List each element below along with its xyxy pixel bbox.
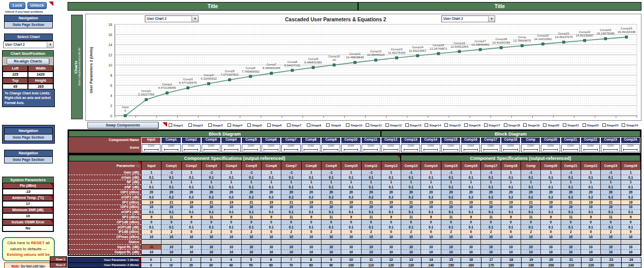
spec-cell[interactable]: 0.1 (600, 225, 620, 230)
spec-cell[interactable]: 10 (501, 245, 521, 250)
spec-cell[interactable]: 0.1 (201, 210, 221, 215)
spec-cell[interactable]: 19 (501, 200, 521, 205)
spec-cell[interactable]: 2 (441, 230, 461, 235)
spec-cell[interactable]: 10 (401, 205, 421, 210)
chevron-down-icon[interactable]: ▼ (488, 16, 495, 22)
spec-cell[interactable]: 0.1 (461, 175, 480, 180)
spec-cell[interactable]: 0 (301, 230, 321, 235)
spec-cell[interactable]: 0.2 (621, 195, 640, 200)
component-header-cell[interactable]: Comp (521, 138, 540, 143)
spec-cell[interactable]: 10 (261, 245, 281, 250)
spec-cell[interactable]: 21 (480, 200, 500, 205)
spec-cell[interactable]: 0 (461, 230, 480, 235)
spec-column-header[interactable]: Comp5 (241, 161, 261, 170)
spec-cell[interactable]: 10 (221, 250, 241, 255)
spec-cell[interactable]: 10 (441, 245, 461, 250)
spec-cell[interactable]: 10 (540, 234, 560, 240)
coax-icon[interactable]: COAX (541, 144, 560, 152)
spec-cell[interactable]: 1 (421, 180, 440, 185)
spec-cell[interactable]: 1 (301, 180, 321, 185)
spec-cell[interactable]: 20 (141, 190, 161, 195)
spec-cell[interactable]: 10 (621, 245, 640, 250)
spec-cell[interactable]: 10 (600, 250, 620, 255)
spec-cell[interactable]: 10 (241, 245, 261, 250)
spec-cell[interactable]: 0.1 (361, 225, 381, 230)
spec-cell[interactable]: 0.1 (341, 225, 361, 230)
spec-cell[interactable]: 0 (241, 220, 261, 225)
spec-cell[interactable]: 11 (361, 215, 381, 220)
spec-cell[interactable]: 20 (421, 190, 440, 195)
spec-cell[interactable]: 0.1 (581, 175, 600, 180)
spec-cell[interactable]: 0 (401, 220, 421, 225)
spec-cell[interactable]: 0 (381, 220, 401, 225)
stage-checkbox-item[interactable]: Stage21 (563, 122, 583, 128)
spec-cell[interactable]: 2 (281, 230, 301, 235)
component-header-cell[interactable]: Comp22 (581, 138, 600, 143)
spec-cell[interactable]: 0.1 (281, 175, 301, 180)
spec-cell[interactable]: 0 (561, 220, 581, 225)
checkbox-icon[interactable] (484, 123, 488, 127)
spec-cell[interactable]: 20 (561, 190, 581, 195)
spec-cell[interactable]: 1 (581, 180, 600, 185)
spec-cell[interactable]: 21 (521, 200, 540, 205)
spec-cell[interactable]: 0.2 (281, 195, 301, 200)
spec-cell[interactable]: -1 (241, 170, 261, 175)
spec-cell[interactable]: 0 (501, 220, 521, 225)
spec-cell[interactable]: 10 (201, 250, 221, 255)
spec-cell[interactable]: 0.1 (561, 225, 581, 230)
spec-cell[interactable]: 0 (381, 230, 401, 235)
spec-cell[interactable]: 10 (621, 234, 640, 240)
spec-cell[interactable]: 10 (521, 205, 540, 210)
spec-cell[interactable]: 0.1 (261, 185, 281, 190)
coax-icon[interactable]: COAX (441, 144, 460, 152)
spec-cell[interactable]: 10 (381, 234, 401, 240)
spec-cell[interactable]: 0.1 (361, 175, 381, 180)
spec-cell[interactable]: 0.1 (381, 185, 401, 190)
component-header-cell[interactable]: Comp8 (302, 138, 320, 143)
spec-cell[interactable]: 1 (581, 170, 600, 175)
spec-cell[interactable]: 10 (621, 205, 640, 210)
spec-cell[interactable]: 0.1 (441, 185, 461, 190)
user-parameter-cell[interactable]: 16 (461, 257, 480, 263)
spec-cell[interactable]: 21 (241, 200, 261, 205)
spec-cell[interactable]: 1 (401, 180, 421, 185)
spec-cell[interactable]: 1 (561, 180, 581, 185)
spec-cell[interactable] (600, 240, 620, 245)
spec-cell[interactable]: 0.1 (261, 225, 281, 230)
component-header-cell[interactable]: Comp12 (381, 138, 400, 143)
component-header-cell[interactable]: Comp20 (541, 138, 560, 143)
spec-cell[interactable]: 20 (281, 190, 301, 195)
stage-checkbox-item[interactable]: Stage17 (484, 122, 504, 128)
user-parameter-cell[interactable]: 6 (261, 257, 280, 263)
component-header-cell[interactable]: Comp17 (481, 138, 500, 143)
coax-icon[interactable]: COAX (601, 144, 620, 152)
spec-column-header[interactable]: Comp14 (421, 161, 440, 170)
spec-cell[interactable]: -1 (361, 170, 381, 175)
spec-cell[interactable]: 20 (261, 190, 281, 195)
spec-cell[interactable]: 10 (321, 250, 341, 255)
spec-cell[interactable]: -1 (441, 170, 461, 175)
spec-cell[interactable] (261, 240, 281, 245)
spec-cell[interactable]: 20 (480, 190, 500, 195)
spec-cell[interactable]: 10 (321, 234, 341, 240)
coax-icon[interactable]: COAX (182, 144, 201, 152)
user-parameter-cell[interactable]: 150 (441, 263, 461, 268)
spec-cell[interactable]: 10 (401, 250, 421, 255)
spec-cell[interactable]: 1 (600, 180, 620, 185)
spec-cell[interactable]: 0.1 (321, 185, 341, 190)
checkbox-icon[interactable] (543, 123, 546, 127)
spec-cell[interactable]: 0.2 (540, 195, 560, 200)
spec-cell[interactable]: 9 (581, 215, 600, 220)
spec-cell[interactable]: 10 (621, 250, 640, 255)
spec-cell[interactable]: 11 (161, 215, 181, 220)
user-parameter-cell[interactable]: 7 (281, 257, 301, 263)
spec-cell[interactable] (301, 240, 321, 245)
component-header-cell[interactable]: Comp24 (621, 138, 640, 143)
spec-cell[interactable]: 0 (201, 220, 221, 225)
spec-cell[interactable]: 0.1 (301, 225, 321, 230)
user-parameter-cell[interactable]: 9 (321, 257, 341, 263)
spec-column-header[interactable]: Comp21 (561, 161, 581, 170)
user-parameter-cell[interactable]: 40 (221, 263, 241, 268)
spec-column-header[interactable]: Comp10 (341, 161, 361, 170)
spec-cell[interactable] (441, 240, 461, 245)
